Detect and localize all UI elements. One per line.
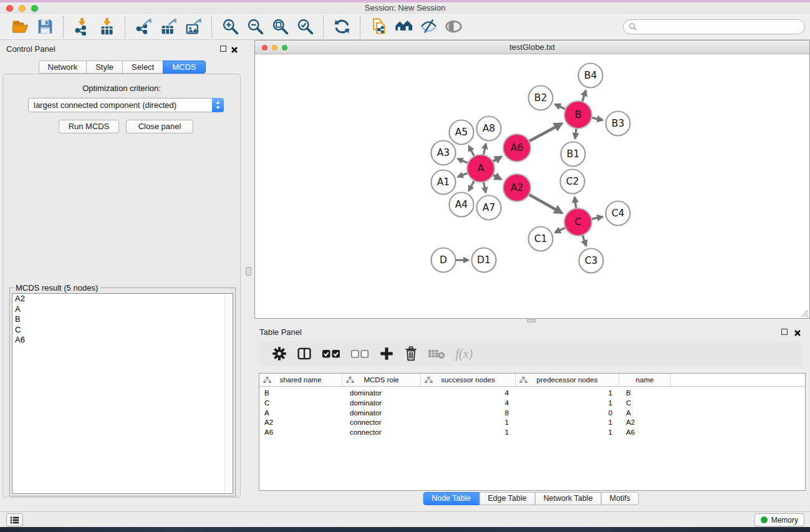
graph-node-C4[interactable]: C4: [606, 201, 630, 226]
table-row[interactable]: Bdominator41B: [259, 389, 805, 399]
graph-node-A8[interactable]: A8: [477, 117, 501, 141]
graph-node-A3[interactable]: A3: [432, 141, 456, 165]
graph-node-A7[interactable]: A7: [477, 196, 501, 220]
horizontal-splitter[interactable]: [254, 319, 810, 324]
import-network-icon[interactable]: [71, 17, 92, 37]
birds-eye-view-icon[interactable]: [443, 17, 464, 37]
graph-node-B1[interactable]: B1: [561, 142, 586, 167]
graph-node-C3[interactable]: C3: [579, 249, 604, 273]
zoom-window-button[interactable]: [31, 5, 38, 12]
node-table[interactable]: shared nameMCDS rolesuccessor nodesprede…: [259, 373, 806, 491]
deselect-all-columns-icon[interactable]: [350, 344, 369, 363]
close-panel-icon[interactable]: [794, 328, 801, 336]
graph-node-B2[interactable]: B2: [529, 86, 553, 110]
graph-node-C2[interactable]: C2: [561, 170, 585, 194]
result-scrollbar-track[interactable]: [224, 294, 233, 493]
edge-A-A5[interactable]: [469, 146, 475, 156]
result-list-item[interactable]: C: [12, 325, 233, 336]
import-table-icon[interactable]: [96, 17, 117, 37]
edge-A-A3[interactable]: [458, 159, 468, 163]
edge-C-C4[interactable]: [592, 217, 603, 220]
tab-style[interactable]: Style: [86, 60, 123, 74]
tab-mcds[interactable]: MCDS: [163, 60, 205, 74]
network-overview-icon[interactable]: [393, 17, 414, 37]
delete-table-icon[interactable]: [428, 344, 445, 363]
edge-A2-C[interactable]: [529, 195, 561, 213]
column-header-name[interactable]: name: [619, 374, 671, 386]
graph-node-B[interactable]: B: [564, 101, 592, 128]
graph-node-A5[interactable]: A5: [450, 120, 474, 145]
function-builder-icon[interactable]: f(x): [455, 344, 473, 363]
open-file-icon[interactable]: [9, 17, 31, 37]
edge-B-B3[interactable]: [592, 118, 603, 120]
graph-node-A6[interactable]: A6: [503, 134, 531, 162]
graph-node-D1[interactable]: D1: [472, 248, 496, 273]
graph-node-A[interactable]: A: [467, 155, 494, 182]
criterion-dropdown[interactable]: largest connected component (directed): [28, 98, 224, 112]
zoom-selected-icon[interactable]: [294, 17, 316, 37]
close-panel-button[interactable]: Close panel: [126, 120, 193, 133]
graph-node-A4[interactable]: A4: [450, 193, 474, 217]
edge-A-A8[interactable]: [483, 144, 486, 155]
edge-A-A2[interactable]: [493, 175, 501, 179]
table-row[interactable]: Adominator80A: [259, 409, 805, 418]
edge-A-A7[interactable]: [483, 182, 486, 193]
result-list-item[interactable]: B: [12, 314, 233, 325]
search-box[interactable]: [623, 19, 805, 34]
graph-node-A1[interactable]: A1: [432, 170, 456, 195]
delete-column-icon[interactable]: [404, 344, 418, 363]
export-image-icon[interactable]: [183, 17, 204, 37]
hide-graphics-details-icon[interactable]: [418, 17, 439, 37]
edge-A-A1[interactable]: [458, 173, 468, 177]
column-layout-icon[interactable]: [297, 344, 312, 363]
export-table-icon[interactable]: [158, 17, 179, 37]
edge-B-B4[interactable]: [582, 90, 586, 102]
edge-C-C1[interactable]: [555, 228, 566, 233]
refresh-icon[interactable]: [331, 17, 352, 37]
close-panel-icon[interactable]: [231, 45, 238, 52]
save-session-icon[interactable]: [34, 17, 55, 37]
add-column-icon[interactable]: [379, 344, 394, 363]
splitter-grip[interactable]: [527, 319, 536, 322]
graph-node-B3[interactable]: B3: [606, 112, 630, 136]
result-list-item[interactable]: A: [12, 304, 233, 315]
column-header-predecessor-nodes[interactable]: predecessor nodes: [516, 374, 619, 386]
zoom-network-button[interactable]: [282, 45, 287, 51]
show-panel-list-button[interactable]: [6, 513, 23, 526]
column-header-MCDS-role[interactable]: MCDS role: [342, 374, 421, 386]
close-window-button[interactable]: [6, 5, 13, 12]
minimize-window-button[interactable]: [19, 5, 26, 12]
splitter-grip[interactable]: [246, 267, 251, 276]
duplicate-network-icon[interactable]: [368, 17, 389, 37]
tab-node-table[interactable]: Node Table: [423, 492, 480, 505]
edge-B-B2[interactable]: [555, 105, 566, 110]
resize-grip-icon[interactable]: [801, 309, 809, 317]
run-mcds-button[interactable]: Run MCDS: [59, 120, 119, 133]
graph-node-B4[interactable]: B4: [579, 64, 603, 88]
zoom-fit-icon[interactable]: [269, 17, 291, 37]
settings-gear-icon[interactable]: [272, 344, 287, 363]
float-panel-icon[interactable]: [781, 329, 788, 335]
table-row[interactable]: A2connector11A2: [259, 418, 805, 428]
column-header-shared-name[interactable]: shared name: [259, 374, 342, 386]
graph-node-C[interactable]: C: [564, 208, 592, 236]
column-header-successor-nodes[interactable]: successor nodes: [421, 374, 516, 386]
zoom-in-icon[interactable]: [219, 17, 241, 37]
tab-edge-table[interactable]: Edge Table: [479, 492, 535, 505]
tab-motifs[interactable]: Motifs: [600, 492, 639, 505]
tab-network[interactable]: Network: [38, 60, 87, 74]
edge-B-B1[interactable]: [575, 128, 576, 138]
result-list-item[interactable]: A6: [12, 335, 233, 346]
titlebar[interactable]: Session: New Session: [0, 2, 810, 14]
graph-node-A2[interactable]: A2: [503, 174, 531, 201]
edge-A6-B[interactable]: [529, 123, 561, 141]
memory-button[interactable]: Memory: [755, 513, 804, 526]
search-input[interactable]: [640, 21, 804, 32]
tab-select[interactable]: Select: [122, 60, 163, 74]
network-canvas[interactable]: B4B2BB3A8A5A6A3B1AC2A1A2A4A7C4CC1DC3D1: [255, 54, 809, 318]
select-all-columns-icon[interactable]: [322, 344, 340, 363]
edge-C-C2[interactable]: [575, 197, 577, 208]
edge-A-A6[interactable]: [493, 157, 501, 162]
edge-C-C3[interactable]: [582, 235, 586, 246]
edge-A-A4[interactable]: [469, 180, 475, 190]
